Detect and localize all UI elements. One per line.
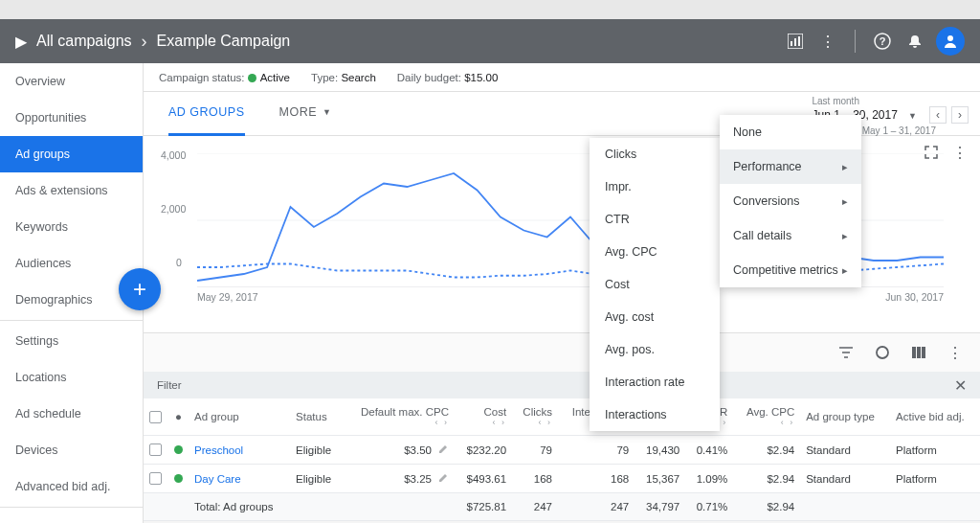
xlabel-start: May 29, 2017 bbox=[197, 291, 258, 303]
metric-option[interactable]: CTR bbox=[590, 203, 720, 236]
expand-icon[interactable] bbox=[923, 144, 940, 161]
chevron-right-icon: ▸ bbox=[842, 161, 848, 173]
sidebar-item-overview[interactable]: Overview bbox=[0, 63, 143, 100]
ytick: 0 bbox=[176, 257, 182, 268]
filter-label: Filter bbox=[157, 379, 182, 391]
total-label: Total: Ad groups bbox=[189, 493, 290, 521]
metric-option[interactable]: Interactions bbox=[590, 398, 720, 431]
add-fab-button[interactable]: + bbox=[119, 268, 161, 310]
category-option[interactable]: None bbox=[720, 115, 861, 149]
category-option[interactable]: Competitive metrics▸ bbox=[720, 253, 861, 287]
sidebar-item-advanced-bid[interactable]: Advanced bid adj. bbox=[0, 468, 143, 505]
sidebar-item-audiences[interactable]: Audiences bbox=[0, 245, 143, 282]
table-row[interactable]: Day CareEligible$3.25$493.6116816815,367… bbox=[144, 465, 980, 493]
svg-point-10 bbox=[877, 347, 888, 358]
adgroup-link[interactable]: Day Care bbox=[194, 473, 241, 485]
col-cost[interactable]: Cost‹ › bbox=[455, 398, 512, 436]
col-maxcpc[interactable]: Default max. CPC‹ › bbox=[343, 398, 455, 436]
date-next-button[interactable]: › bbox=[951, 106, 969, 124]
svg-point-6 bbox=[947, 35, 953, 41]
status-dot-icon bbox=[248, 74, 256, 82]
col-type[interactable]: Ad group type bbox=[800, 398, 890, 436]
status-dot-icon bbox=[174, 445, 183, 454]
category-menu: NonePerformance▸Conversions▸Call details… bbox=[720, 115, 861, 287]
category-option[interactable]: Call details▸ bbox=[720, 218, 861, 253]
ad-groups-table: ● Ad group Status Default max. CPC‹ › Co… bbox=[144, 398, 980, 521]
sidebar-item-locations[interactable]: Locations bbox=[0, 359, 143, 396]
tab-more[interactable]: MORE▼ bbox=[279, 92, 332, 136]
select-all-checkbox[interactable] bbox=[149, 411, 162, 423]
col-clicks[interactable]: Clicks‹ › bbox=[512, 398, 558, 436]
chevron-right-icon: ▸ bbox=[842, 195, 848, 208]
metric-option[interactable]: Avg. cost bbox=[590, 301, 720, 333]
metric-option[interactable]: Avg. pos. bbox=[590, 333, 720, 366]
metric-option[interactable]: Cost bbox=[590, 268, 720, 301]
metric-option[interactable]: Clicks bbox=[590, 138, 720, 171]
svg-rect-12 bbox=[917, 347, 921, 358]
more-vert-icon[interactable]: ⋮ bbox=[951, 144, 969, 161]
metric-option[interactable]: Impr. bbox=[590, 171, 720, 203]
help-icon[interactable]: ? bbox=[871, 30, 894, 53]
edit-icon[interactable] bbox=[437, 472, 449, 484]
col-adgroup[interactable]: Ad group bbox=[189, 398, 290, 436]
sidebar-item-change-history[interactable]: Change history bbox=[0, 510, 143, 523]
campaign-status-label: Campaign status: Active bbox=[159, 72, 290, 83]
metric-menu: ClicksImpr.CTRAvg. CPCCostAvg. costAvg. … bbox=[590, 138, 720, 431]
category-option[interactable]: Conversions▸ bbox=[720, 184, 861, 218]
close-icon[interactable]: ✕ bbox=[954, 376, 967, 395]
more-vert-icon[interactable]: ⋮ bbox=[816, 30, 839, 53]
row-checkbox[interactable] bbox=[149, 443, 162, 456]
sidebar-item-opportunities[interactable]: Opportunities bbox=[0, 100, 143, 136]
filter-icon[interactable] bbox=[836, 343, 856, 362]
sidebar-item-settings[interactable]: Settings bbox=[0, 323, 143, 359]
reports-icon[interactable] bbox=[784, 30, 807, 53]
svg-rect-13 bbox=[922, 347, 925, 358]
breadcrumb-root[interactable]: All campaigns bbox=[36, 33, 132, 50]
col-avgcpc[interactable]: Avg. CPC‹ › bbox=[733, 398, 800, 436]
sidebar-item-ad-groups[interactable]: Ad groups bbox=[0, 136, 143, 172]
breadcrumb-current[interactable]: Example Campaign bbox=[157, 33, 291, 50]
sidebar-item-ad-schedule[interactable]: Ad schedule bbox=[0, 396, 143, 432]
ytick: 2,000 bbox=[161, 203, 186, 215]
dropdown-icon: ▼ bbox=[323, 107, 331, 117]
account-avatar[interactable] bbox=[936, 27, 965, 56]
edit-icon[interactable] bbox=[437, 443, 449, 455]
more-vert-icon[interactable]: ⋮ bbox=[946, 343, 965, 362]
xlabel-end: Jun 30, 2017 bbox=[885, 291, 944, 303]
campaign-type-label: Type: Search bbox=[311, 72, 376, 83]
svg-rect-1 bbox=[791, 41, 792, 46]
svg-rect-3 bbox=[798, 36, 800, 46]
status-dot-icon bbox=[174, 474, 183, 483]
sidebar-item-ads-extensions[interactable]: Ads & extensions bbox=[0, 172, 143, 209]
date-prev-button[interactable]: ‹ bbox=[929, 106, 947, 124]
campaign-budget-label: Daily budget: $15.00 bbox=[397, 72, 499, 83]
category-option[interactable]: Performance▸ bbox=[720, 149, 861, 184]
sidebar-item-keywords[interactable]: Keywords bbox=[0, 209, 143, 245]
columns-icon[interactable] bbox=[909, 343, 928, 362]
metric-option[interactable]: Interaction rate bbox=[590, 366, 720, 398]
metric-option[interactable]: Avg. CPC bbox=[590, 236, 720, 268]
tab-ad-groups[interactable]: AD GROUPS bbox=[168, 92, 245, 136]
row-checkbox[interactable] bbox=[149, 472, 162, 485]
notifications-icon[interactable] bbox=[903, 30, 926, 53]
svg-text:?: ? bbox=[880, 35, 886, 47]
chevron-right-icon: ▸ bbox=[842, 264, 848, 277]
svg-rect-2 bbox=[794, 38, 796, 46]
ytick: 4,000 bbox=[161, 149, 186, 161]
dropdown-icon: ▼ bbox=[908, 111, 917, 121]
adgroup-link[interactable]: Preschool bbox=[194, 444, 243, 456]
chevron-right-icon: ▸ bbox=[842, 230, 848, 242]
chevron-right-icon: › bbox=[142, 32, 147, 52]
sidebar-item-devices[interactable]: Devices bbox=[0, 432, 143, 468]
table-row[interactable]: PreschoolEligible$3.50$232.20797919,4300… bbox=[144, 436, 980, 465]
nav-collapse-icon[interactable]: ▶ bbox=[15, 35, 27, 47]
svg-rect-11 bbox=[912, 347, 916, 358]
col-bid[interactable]: Active bid adj. bbox=[890, 398, 980, 436]
refresh-icon[interactable] bbox=[873, 343, 892, 362]
col-status[interactable]: Status bbox=[290, 398, 343, 436]
